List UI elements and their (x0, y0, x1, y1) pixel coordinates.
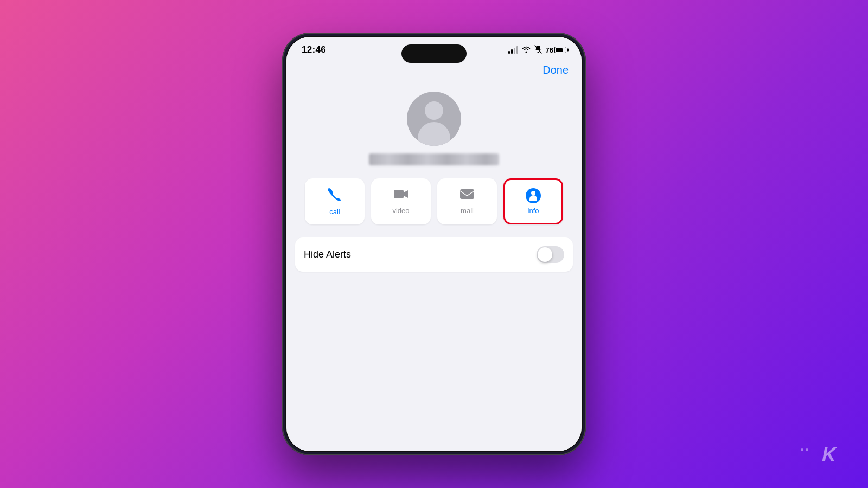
app-content: Done (286, 60, 582, 451)
avatar-head (425, 101, 443, 120)
video-icon (393, 188, 409, 203)
contact-name (369, 153, 499, 165)
action-buttons-row: call video (286, 178, 582, 224)
info-icon (526, 188, 541, 203)
battery-icon (554, 47, 566, 53)
logo-decoration (801, 448, 808, 451)
wifi-icon (522, 46, 531, 54)
call-button[interactable]: call (305, 178, 365, 224)
toggle-thumb (538, 247, 552, 262)
svg-rect-1 (394, 190, 404, 198)
info-button[interactable]: info (503, 178, 563, 224)
status-time: 12:46 (302, 44, 326, 55)
done-button[interactable]: Done (542, 64, 569, 76)
info-person-body (529, 195, 537, 201)
dynamic-island (401, 44, 467, 63)
info-label: info (528, 207, 539, 215)
status-icons: 76 (508, 45, 566, 55)
avatar-person (407, 92, 461, 146)
hide-alerts-row: Hide Alerts (304, 237, 564, 272)
hide-alerts-label: Hide Alerts (304, 249, 351, 260)
hide-alerts-toggle[interactable] (537, 246, 564, 263)
battery-level: 76 (546, 46, 553, 54)
signal-bar-3 (514, 48, 515, 54)
video-button[interactable]: video (371, 178, 431, 224)
signal-indicator (508, 46, 518, 54)
video-label: video (392, 207, 409, 215)
settings-section: Hide Alerts (295, 237, 573, 272)
phone-screen: 12:46 (286, 37, 582, 451)
mute-icon (534, 45, 542, 55)
call-label: call (329, 208, 340, 216)
battery-fill (556, 48, 563, 52)
site-logo: K (822, 444, 835, 466)
phone-icon (328, 187, 342, 204)
signal-bar-1 (508, 51, 510, 54)
contact-section (286, 81, 582, 178)
signal-bar-2 (511, 49, 513, 54)
info-person-head (531, 191, 535, 195)
mail-label: mail (461, 207, 474, 215)
battery-indicator: 76 (546, 46, 566, 54)
mail-button[interactable]: mail (437, 178, 497, 224)
mail-icon (459, 188, 475, 203)
svg-rect-2 (460, 189, 474, 199)
avatar-body (418, 122, 450, 146)
signal-bar-4 (516, 46, 518, 54)
phone-frame: 12:46 (282, 33, 586, 455)
avatar (407, 92, 461, 146)
